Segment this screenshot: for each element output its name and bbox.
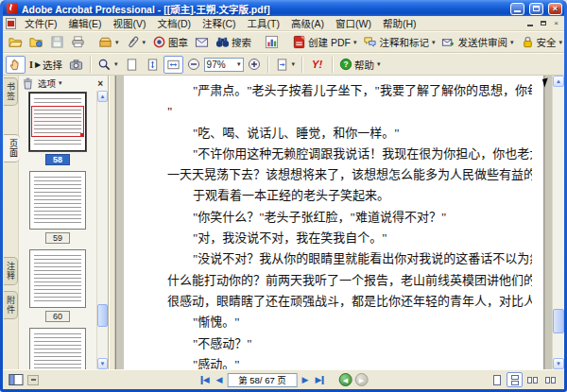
panel-close-button[interactable]: × [95,78,105,89]
menu-item[interactable]: 文档(D) [151,15,197,31]
tab-pages[interactable]: 页面 [4,134,20,162]
document-scrollbar[interactable]: ▲ ▼ [552,76,564,369]
menu-item[interactable]: 窗口(W) [330,15,377,31]
page-thumbnail[interactable] [29,326,86,369]
last-page-button[interactable]: ▶ [313,375,325,385]
help-button[interactable]: ? 帮助 ▾ [336,56,384,74]
select-tool-button[interactable]: I▶ 选择 [26,56,65,74]
open-button[interactable] [6,33,26,51]
comment-markup-button[interactable]: 注释和标记 ▾ [360,33,438,51]
previous-page-button[interactable]: ◀ [215,375,225,385]
page-thumbnail[interactable]: 59 [29,169,86,247]
security-button[interactable]: 安全 ▾ [518,33,566,51]
mouse-cursor [542,77,550,87]
scroll-down-icon[interactable]: ▼ [97,358,108,369]
save-button[interactable] [47,33,67,51]
thumbnail-image[interactable] [29,328,86,369]
page-thumbnail[interactable]: 58 [29,91,86,169]
acrobat-window: Adobe Acrobat Professional - [[顽主].王朔.文字… [0,0,567,392]
zoom-out-button[interactable] [184,56,203,73]
title-bar: Adobe Acrobat Professional - [[顽主].王朔.文字… [3,0,564,16]
thumbnail-image[interactable] [29,249,86,308]
page-navigation-button[interactable]: ▾ [272,56,299,74]
menu-item[interactable]: 注释(C) [197,15,242,31]
search-button[interactable]: 搜索 [213,33,254,51]
usage-rights-button[interactable] [262,33,282,51]
tab-bookmarks[interactable]: 书签 [4,77,18,106]
thumbnail-image[interactable] [29,171,86,230]
thumbnail-scrollbar[interactable]: ▲ ▼ [96,91,108,369]
chevron-down-icon: ▾ [292,60,296,68]
zoom-value: 97% [207,60,226,70]
tab-attachments[interactable]: 附件 [4,291,18,319]
print-button[interactable] [68,33,88,51]
snapshot-tool-button[interactable] [66,56,86,74]
select-label: 选择 [43,58,62,72]
pages-panel: 选项 ▾ × 58 [19,76,109,369]
text-line: 于观看着一本正经的老头子笑起来。 [167,185,532,206]
single-page-button[interactable] [489,372,505,387]
facing-pages-button[interactable] [542,372,558,387]
maximize-button[interactable] [529,3,543,15]
next-view-button[interactable]: ▶ [354,373,368,386]
chevron-down-icon: ▾ [115,39,119,46]
scroll-up-icon[interactable]: ▲ [553,76,564,87]
zoom-tool-button[interactable]: ▾ [94,56,121,74]
pdf-page[interactable]: "严肃点。"老头子按着儿子坐下，"我要了解了解你的思想，你每天都在干什么？""吃… [124,76,544,369]
menu-item[interactable]: 编辑(E) [62,15,107,31]
close-icon: × [553,5,558,13]
panel-splitter[interactable] [109,76,115,369]
page-number-label: 58 [45,154,70,165]
close-button[interactable]: × [548,3,562,15]
previous-view-button[interactable]: ◀ [338,373,352,386]
page-thumbnail[interactable]: 60 [29,247,86,326]
hand-tool-button[interactable] [6,56,26,74]
mdi-minimize-button[interactable] [524,18,536,28]
scrollbar-thumb[interactable] [97,304,108,327]
first-page-button[interactable]: ◀ [199,375,212,385]
email-button[interactable] [192,33,212,51]
create-pdf-icon [292,35,306,49]
thumbnail-image[interactable] [29,93,86,151]
panel-options-button[interactable]: 选项 ▾ [37,77,63,90]
menu-item[interactable]: 高级(A) [285,15,330,31]
tab-comments[interactable]: 注释 [4,257,18,285]
pdf-document-icon[interactable] [6,18,16,29]
mdi-restore-button[interactable] [537,18,549,28]
organizer-button[interactable] [26,33,46,51]
page-number-field[interactable] [228,373,298,387]
zoom-level-box[interactable]: 97% ▾ [204,58,244,72]
delete-pages-button[interactable] [22,77,34,90]
minimize-button[interactable] [510,3,524,15]
menu-item[interactable]: 工具(T) [242,15,285,31]
fit-page-button[interactable] [143,56,163,74]
text-line: "不感动？" [167,333,532,354]
chevron-down-icon: ▾ [510,39,514,46]
scroll-down-icon[interactable]: ▼ [553,358,564,369]
view-area-box[interactable] [31,106,84,137]
actual-size-button[interactable] [122,56,142,74]
menu-item[interactable]: 帮助(H) [377,15,422,31]
zoom-in-button[interactable] [245,56,264,73]
stamp-button[interactable]: 图章 [149,33,191,51]
collapse-panel-button[interactable] [27,375,39,385]
next-page-button[interactable]: ▶ [301,375,311,385]
mdi-close-button[interactable]: × [550,18,562,28]
tab-pages-label: 页面 [9,139,18,158]
fit-width-button[interactable] [163,56,183,74]
create-pdf-button[interactable]: 创建 PDF ▾ [289,33,359,51]
navigation-pane-toggle-icon[interactable] [9,373,24,386]
scroll-up-icon[interactable]: ▲ [97,91,108,102]
attach-file-button[interactable]: ▾ [123,33,149,51]
organizer-dropdown-button[interactable]: ▾ [95,33,122,51]
page-layout-controls [489,372,558,387]
send-for-review-button[interactable]: 发送供审阅 ▾ [438,33,516,51]
menu-item[interactable]: 视图(V) [107,15,151,31]
menu-item[interactable]: 文件(F) [19,15,62,31]
thumbnail-text-lines [34,333,81,369]
scrollbar-thumb[interactable] [553,309,564,333]
actual-size-icon [125,58,139,72]
yahoo-toolbar-button[interactable]: Y! [306,57,328,72]
continuous-page-button[interactable] [507,372,523,387]
continuous-facing-button[interactable] [524,372,541,387]
